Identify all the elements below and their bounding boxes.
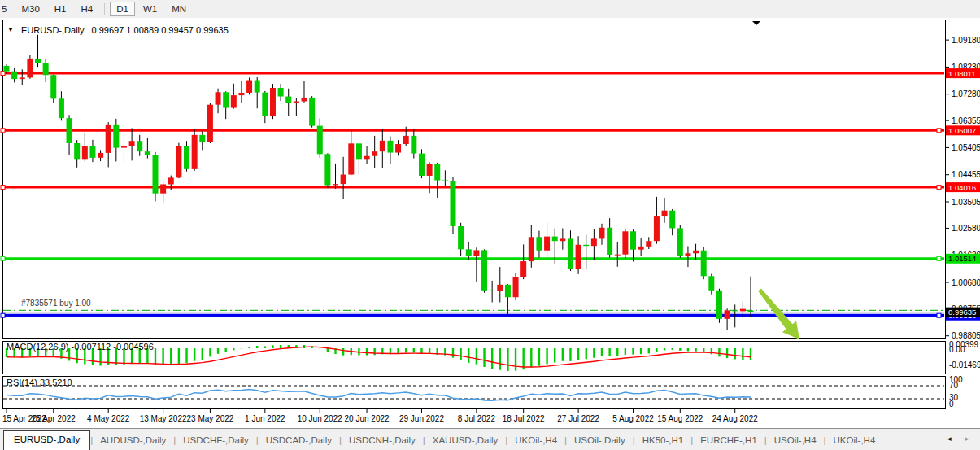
tf-button-h1[interactable]: H1: [48, 2, 73, 16]
svg-text:5 Aug 2022: 5 Aug 2022: [612, 414, 654, 423]
svg-text:24 Aug 2022: 24 Aug 2022: [712, 414, 759, 423]
tabs-scroll-right-icon[interactable]: ►: [964, 435, 970, 443]
tab-scroll-buttons: ◄►: [946, 435, 980, 450]
svg-text:0.98805: 0.98805: [952, 331, 980, 340]
tab-audusd-daily[interactable]: AUDUSD-,Daily: [93, 432, 173, 450]
svg-text:1.04016: 1.04016: [948, 183, 976, 192]
tab-xauusd-daily[interactable]: XAUUSD-,Daily: [425, 432, 506, 450]
tab-eurchf-h1[interactable]: EURCHF-,H1: [693, 432, 764, 450]
svg-text:1.06007: 1.06007: [948, 126, 976, 135]
svg-text:1.07280: 1.07280: [952, 90, 980, 98]
svg-text:1.04455: 1.04455: [952, 170, 980, 179]
chart-symbol-period: EURUSD-,Daily: [21, 25, 85, 35]
tf-button-5[interactable]: 5: [0, 2, 13, 16]
window-top-border: [0, 20, 980, 20]
svg-text:1.02580: 1.02580: [952, 224, 980, 233]
toolbar-separator: [198, 3, 198, 15]
level-price-label: [946, 68, 980, 78]
price-axis: 1.091801.082301.072801.063551.054051.044…: [946, 36, 980, 341]
svg-text:1.08230: 1.08230: [952, 63, 980, 72]
timeframe-toolbar: 5M30H1H4D1W1MN: [0, 0, 980, 18]
svg-text:0.00: 0.00: [949, 345, 965, 354]
rsi-panel[interactable]: [2, 376, 946, 409]
level-price-label: [946, 254, 980, 264]
tab-eurusd-daily[interactable]: EURUSD-,Daily: [3, 430, 90, 450]
svg-text:18 Jul 2022: 18 Jul 2022: [503, 414, 545, 423]
order-label: #7835571 buy 1.00: [21, 299, 91, 308]
svg-text:13 May 2022: 13 May 2022: [140, 414, 187, 423]
svg-text:1.01630: 1.01630: [952, 251, 980, 260]
level-price-label: [946, 182, 980, 192]
svg-text:0: 0: [949, 400, 954, 408]
svg-text:100: 100: [949, 375, 963, 384]
svg-text:0.99635: 0.99635: [948, 308, 976, 317]
svg-text:23 May 2022: 23 May 2022: [187, 414, 234, 423]
svg-text:70: 70: [949, 381, 959, 390]
tab-usoil-h4[interactable]: USOil-,H4: [767, 432, 824, 450]
svg-text:1.09180: 1.09180: [952, 36, 980, 45]
symbol-tabbar: EURUSD-,Daily|AUDUSD-,Daily|USDCHF-,Dail…: [0, 428, 980, 450]
svg-text:1.03505: 1.03505: [952, 198, 980, 207]
svg-text:0.00399: 0.00399: [949, 340, 979, 349]
svg-text:1.01514: 1.01514: [948, 254, 976, 263]
tab-usdcad-daily[interactable]: USDCAD-,Daily: [259, 432, 339, 450]
svg-text:1.06355: 1.06355: [952, 116, 980, 125]
svg-text:1.08011: 1.08011: [948, 69, 976, 78]
svg-text:0.99518: 0.99518: [948, 311, 976, 320]
level-price-label: [946, 125, 980, 135]
tab-ukoil-h4[interactable]: UKOil-,H4: [826, 432, 883, 450]
svg-text:1.05405: 1.05405: [952, 143, 980, 152]
svg-text:29 Jun 2022: 29 Jun 2022: [399, 414, 444, 423]
tf-button-m30[interactable]: M30: [15, 2, 46, 16]
svg-text:30: 30: [949, 393, 959, 402]
tabs-scroll-left-icon[interactable]: ◄: [946, 435, 952, 443]
level-price-label: [946, 311, 980, 321]
svg-text:25 Apr 2022: 25 Apr 2022: [32, 414, 76, 423]
tab-ukoil-h4[interactable]: UKOil-,H4: [507, 432, 564, 450]
chart-ohlc-readout: 0.99697 1.00889 0.99457 0.99635: [92, 25, 229, 35]
tf-button-w1[interactable]: W1: [137, 2, 163, 16]
tab-usoil-daily[interactable]: USOil-,Daily: [567, 432, 633, 450]
svg-text:8 Jul 2022: 8 Jul 2022: [458, 414, 496, 423]
svg-text:-0.01469: -0.01469: [949, 360, 980, 369]
tab-usdchf-daily[interactable]: USDCHF-,Daily: [176, 432, 256, 450]
svg-text:27 Jul 2022: 27 Jul 2022: [557, 414, 599, 423]
toolbar-separator: [104, 3, 105, 15]
svg-text:20 Jun 2022: 20 Jun 2022: [345, 414, 390, 423]
svg-text:1 Jun 2022: 1 Jun 2022: [245, 414, 285, 423]
macd-label: MACD(12,26,9) -0.007112 -0.004596: [7, 342, 154, 352]
date-axis: 15 Apr 202225 Apr 20224 May 202213 May 2…: [2, 409, 758, 423]
bid-price-label: [946, 308, 980, 317]
tf-button-d1[interactable]: D1: [110, 2, 135, 16]
chart-title: ▼ EURUSD-,Daily 0.99697 1.00889 0.99457 …: [7, 25, 229, 35]
price-chart-area[interactable]: [2, 20, 946, 339]
tab-usdcnh-daily[interactable]: USDCNH-,Daily: [342, 432, 423, 450]
svg-text:0.99755: 0.99755: [952, 304, 980, 313]
rsi-label: RSI(14) 33.5210: [7, 378, 72, 387]
tab-hk50-h1[interactable]: HK50-,H1: [635, 432, 691, 450]
svg-text:15 Aug 2022: 15 Aug 2022: [657, 414, 703, 423]
svg-text:10 Jun 2022: 10 Jun 2022: [298, 414, 342, 423]
tf-button-mn[interactable]: MN: [165, 2, 193, 16]
svg-text:4 May 2022: 4 May 2022: [87, 414, 130, 423]
svg-text:15 Apr 2022: 15 Apr 2022: [2, 414, 46, 423]
svg-text:1.00680: 1.00680: [952, 278, 980, 287]
chart-menu-icon[interactable]: ▼: [7, 27, 14, 33]
tf-button-h4[interactable]: H4: [74, 2, 99, 16]
